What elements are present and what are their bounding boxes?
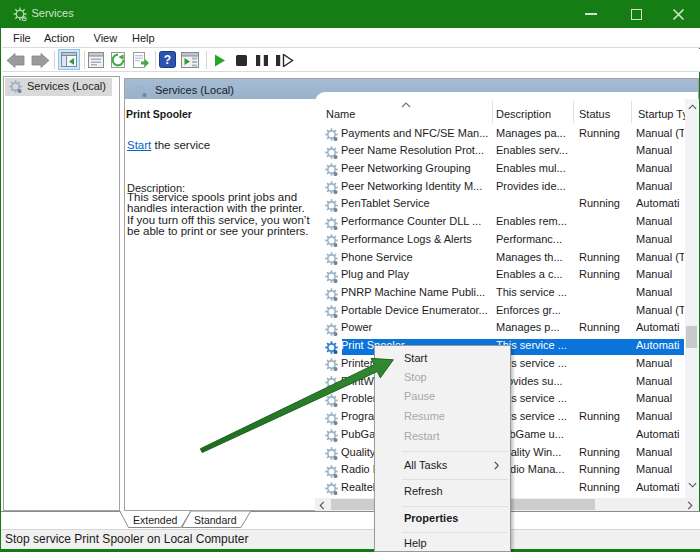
svg-text:Standard: Standard	[194, 514, 237, 526]
svg-text:Extended: Extended	[133, 514, 178, 526]
svg-text:?: ?	[164, 53, 171, 67]
